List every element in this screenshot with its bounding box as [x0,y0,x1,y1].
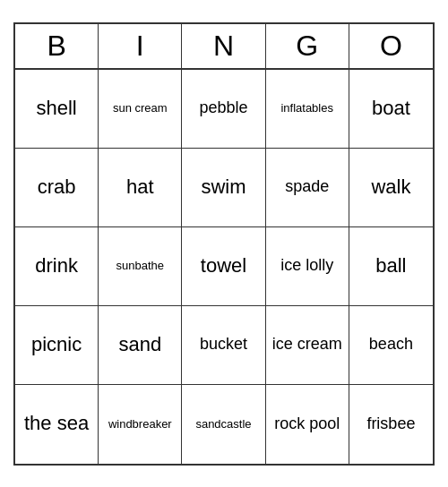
cell-text: the sea [24,412,89,435]
cell-text: ball [375,254,406,278]
bingo-cell: walk [349,149,433,227]
cell-text: beach [369,335,413,355]
bingo-cell: ice cream [266,306,349,385]
cell-text: swim [201,175,246,199]
bingo-cell: boat [349,70,433,149]
cell-text: frisbee [366,414,415,434]
cell-text: ice lolly [280,256,333,276]
bingo-cell: sand [99,306,182,385]
cell-text: sun cream [113,101,168,115]
bingo-cell: picnic [15,306,99,385]
header-letter: O [349,24,433,68]
bingo-cell: sun cream [99,70,182,149]
cell-text: pebble [199,98,247,118]
bingo-cell: spade [266,149,349,227]
bingo-cell: ice lolly [266,227,349,306]
cell-text: bucket [200,335,247,355]
cell-text: rock pool [274,414,340,434]
cell-text: crab [38,175,76,199]
cell-text: windbreaker [108,417,172,431]
header-letter: B [15,24,99,68]
cell-text: sunbathe [116,259,165,273]
header-letter: G [266,24,349,68]
cell-text: boat [372,97,410,120]
bingo-cell: sunbathe [99,227,182,306]
bingo-cell: drink [15,227,99,306]
cell-text: walk [371,175,410,199]
cell-text: inflatables [280,101,333,115]
cell-text: sand [118,333,161,356]
bingo-card: BINGO shellsun creampebbleinflatablesboa… [13,22,435,466]
bingo-cell: hat [99,149,182,227]
bingo-cell: the sea [15,385,99,464]
bingo-cell: windbreaker [99,385,182,464]
cell-text: shell [36,97,76,120]
cell-text: towel [201,254,246,278]
bingo-header: BINGO [15,24,433,70]
bingo-cell: inflatables [266,70,349,149]
bingo-cell: rock pool [266,385,349,464]
bingo-cell: swim [182,149,265,227]
bingo-grid: shellsun creampebbleinflatablesboatcrabh… [15,70,433,464]
cell-text: sandcastle [195,417,251,431]
cell-text: hat [126,175,154,199]
bingo-cell: pebble [182,70,265,149]
bingo-cell: towel [182,227,265,306]
header-letter: I [99,24,182,68]
header-letter: N [182,24,265,68]
cell-text: ice cream [272,335,342,355]
bingo-cell: sandcastle [182,385,265,464]
bingo-cell: bucket [182,306,265,385]
bingo-cell: shell [15,70,99,149]
bingo-cell: beach [349,306,433,385]
cell-text: spade [285,177,329,197]
bingo-cell: crab [15,149,99,227]
cell-text: picnic [31,333,82,356]
bingo-cell: frisbee [349,385,433,464]
bingo-cell: ball [349,227,433,306]
cell-text: drink [35,254,78,278]
